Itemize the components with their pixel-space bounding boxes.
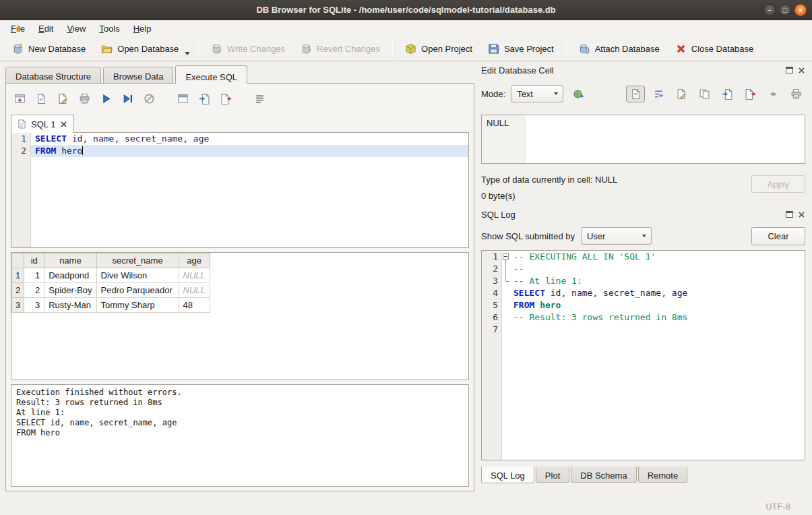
table-cell[interactable]: NULL — [179, 283, 210, 298]
mode-select[interactable]: Text — [511, 85, 563, 102]
save-sql-file-button[interactable] — [54, 90, 72, 107]
collapse-icon[interactable] — [503, 253, 509, 260]
table-cell[interactable]: 2 — [24, 283, 44, 298]
open-project-button[interactable]: Open Project — [398, 40, 479, 58]
copy-cell-icon — [699, 88, 710, 100]
import-cell-data-button[interactable] — [718, 86, 737, 102]
tab-sql-log[interactable]: SQL Log — [481, 466, 534, 483]
editor-line[interactable]: FROM hero — [31, 145, 468, 157]
table-cell[interactable]: NULL — [179, 268, 210, 283]
copy-cell-button[interactable] — [695, 86, 714, 102]
results-table: idnamesecret_nameage 11DeadpondDive Wils… — [11, 253, 210, 313]
table-cell[interactable]: Rusty-Man — [44, 298, 96, 313]
line-number: 2 — [482, 263, 501, 275]
row-number[interactable]: 1 — [12, 268, 24, 283]
column-header[interactable]: age — [179, 253, 210, 268]
table-cell[interactable]: Pedro Parqueador — [96, 283, 179, 298]
table-row: 11DeadpondDive WilsonNULL — [12, 268, 210, 283]
editor-code[interactable]: SELECT id, name, secret_name, ageFROM he… — [31, 133, 468, 247]
sql-tab[interactable]: SQL 1 — [11, 115, 74, 133]
menu-tools[interactable]: Tools — [92, 22, 126, 36]
close-dock-icon[interactable] — [798, 211, 805, 218]
tab-db-schema[interactable]: DB Schema — [571, 466, 636, 483]
fold-marker[interactable] — [502, 251, 511, 263]
sql-editor[interactable]: 12 SELECT id, name, secret_name, ageFROM… — [11, 132, 469, 248]
execute-current-line-button[interactable] — [119, 90, 137, 107]
close-database-icon — [675, 43, 687, 55]
set-null-icon — [768, 88, 779, 100]
column-header[interactable]: id — [24, 253, 44, 268]
word-wrap-cell-icon — [653, 88, 664, 100]
table-cell[interactable]: Spider-Boy — [44, 283, 96, 298]
clear-log-button[interactable]: Clear — [751, 227, 805, 245]
text-mode-button[interactable] — [626, 86, 645, 102]
tab-execute-sql[interactable]: Execute SQL — [175, 65, 247, 84]
menu-edit[interactable]: Edit — [32, 22, 60, 36]
import-sql-button[interactable] — [195, 90, 214, 107]
editor-line[interactable]: SELECT id, name, secret_name, age — [31, 133, 468, 145]
menu-view[interactable]: View — [60, 22, 92, 36]
open-project-label: Open Project — [421, 44, 472, 54]
new-sql-tab-button[interactable] — [11, 90, 29, 107]
tab-browse-data[interactable]: Browse Data — [103, 67, 173, 83]
log-filter-select[interactable]: User — [581, 227, 652, 245]
close-database-button[interactable]: Close Database — [668, 40, 761, 58]
cell-mode-icons — [626, 86, 805, 102]
toolbar-separator — [243, 92, 243, 105]
open-database-button[interactable]: Open Database — [94, 40, 185, 58]
tab-remote[interactable]: Remote — [638, 466, 688, 483]
menu-help[interactable]: Help — [127, 22, 158, 36]
close-dock-icon[interactable] — [798, 67, 805, 74]
row-number[interactable]: 3 — [12, 298, 24, 313]
execute-all-icon — [100, 93, 112, 104]
word-wrap-button[interactable] — [251, 90, 269, 107]
new-database-button[interactable]: New Database — [5, 40, 92, 58]
table-cell[interactable]: 1 — [24, 268, 44, 283]
word-wrap-cell-button[interactable] — [649, 86, 668, 102]
save-project-button[interactable]: Save Project — [481, 40, 561, 58]
editor-gutter: 12 — [11, 133, 31, 247]
table-cell[interactable]: 48 — [179, 298, 210, 313]
minimize-button[interactable]: − — [763, 4, 776, 16]
float-dock-icon[interactable] — [786, 67, 793, 73]
table-cell[interactable]: Tommy Sharp — [96, 298, 179, 313]
log-code: -- EXECUTING ALL IN 'SQL 1'---- At line … — [511, 251, 805, 460]
new-database-label: New Database — [28, 44, 86, 54]
set-null-button[interactable] — [763, 86, 782, 102]
cell-editor[interactable]: NULL — [481, 115, 805, 164]
export-cell-data-button[interactable] — [741, 86, 759, 102]
float-dock-icon[interactable] — [786, 211, 793, 218]
attach-database-button[interactable]: Attach Database — [572, 40, 666, 58]
column-header[interactable]: secret_name — [96, 253, 179, 268]
import-sql-icon — [199, 93, 210, 104]
table-cell[interactable]: Deadpond — [44, 268, 96, 283]
line-number: 3 — [482, 275, 501, 287]
open-database-dropdown-caret[interactable] — [185, 52, 190, 55]
main-toolbar: New Database Open Database Write Changes… — [0, 36, 812, 61]
right-panel: Edit Database Cell Mode: Text NULL — [474, 61, 812, 497]
print-button[interactable] — [75, 90, 94, 107]
main-area: Database Structure Browse Data Execute S… — [0, 61, 812, 497]
tab-plot[interactable]: Plot — [536, 466, 569, 483]
tab-database-structure[interactable]: Database Structure — [5, 67, 101, 83]
open-sql-file-button[interactable] — [32, 90, 51, 107]
export-sql-button[interactable] — [217, 90, 235, 107]
column-header[interactable]: name — [44, 253, 96, 268]
toolbar-separator — [392, 40, 393, 57]
close-tab-icon[interactable] — [60, 121, 67, 128]
menu-file[interactable]: File — [4, 22, 32, 36]
execute-all-button[interactable] — [97, 90, 115, 107]
close-window-button[interactable]: × — [794, 4, 807, 16]
print-cell-button[interactable] — [786, 86, 805, 102]
maximize-button[interactable]: □ — [779, 4, 791, 16]
edit-cell-title: Edit Database Cell — [481, 65, 786, 75]
row-number[interactable]: 2 — [12, 283, 24, 298]
open-file-in-cell-button[interactable] — [569, 86, 588, 102]
cell-info-row: Type of data currently in cell: NULL 0 b… — [481, 175, 805, 207]
open-query-tab-button[interactable] — [174, 90, 192, 107]
table-cell[interactable]: 3 — [24, 298, 44, 313]
log-filter-row: Show SQL submitted by User Clear — [481, 226, 805, 246]
sql-log-view[interactable]: 1234567 -- EXECUTING ALL IN 'SQL 1'---- … — [481, 250, 805, 460]
save-cell-button[interactable] — [672, 86, 691, 102]
table-cell[interactable]: Dive Wilson — [96, 268, 179, 283]
